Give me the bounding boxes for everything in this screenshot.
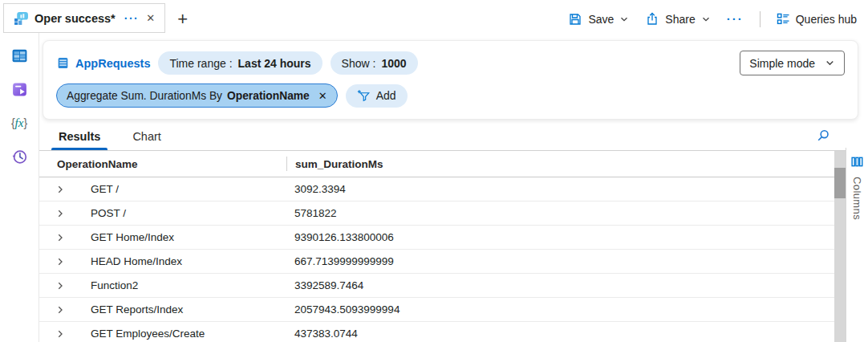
app: { "colors": { "accent": "#0078d4", "pill… [0,0,868,342]
table-row[interactable]: GET Reports/Index 2057943.5093999994 [39,298,834,322]
columns-panel: Columns [846,148,868,342]
share-label: Share [665,13,695,26]
show-limit-value: 1000 [381,57,406,70]
aggregate-filter-text: Aggregate Sum. DurationMs By [67,90,222,102]
save-button[interactable]: Save [568,12,629,26]
queries-hub-button[interactable]: Queries hub [777,12,857,26]
queries-hub-label: Queries hub [796,13,857,26]
time-range-label: Time range : [169,57,232,70]
table-row[interactable]: GET Home/Index 9390126.133800006 [39,226,834,250]
time-range-value: Last 24 hours [238,57,311,70]
queries-icon [11,81,28,98]
content: {fx} [0,33,868,342]
row-sum-durationms: 3392589.7464 [294,279,363,291]
toolbar-divider [760,11,761,27]
row-expand-chevron-icon[interactable] [55,257,67,267]
row-expand-chevron-icon[interactable] [55,209,67,218]
column-header-operationname[interactable]: OperationName [39,158,286,170]
mode-selector[interactable]: Simple mode [740,51,845,75]
table-row[interactable]: GET Employees/Create 437383.0744 [39,322,834,342]
row-sum-durationms: 437383.0744 [294,328,358,340]
queries-pane-button[interactable] [7,79,31,100]
query-builder: AppRequests Time range : Last 24 hours S… [43,40,858,120]
results-table-body: GET / 3092.3394 POST / 5781822 GET Home/… [39,177,834,342]
search-icon [815,128,831,144]
add-filter-icon [357,89,371,102]
save-label: Save [588,13,614,26]
tables-pane-button[interactable] [7,45,31,66]
more-options-button[interactable]: ··· [727,12,744,26]
query-builder-row-2: Aggregate Sum. DurationMs By OperationNa… [56,83,845,108]
toolbar-actions: Save Share ··· [568,11,857,27]
vertical-scrollbar[interactable] [834,151,846,342]
mode-selector-value: Simple mode [749,57,815,70]
row-operation-name: HEAD Home/Index [91,255,294,267]
table-icon [11,47,28,64]
table-row[interactable]: Function2 3392589.7464 [39,274,834,298]
tab-results-label: Results [59,130,100,143]
row-expand-chevron-icon[interactable] [55,233,67,242]
results-tabs: Results Chart [39,126,868,151]
save-icon [568,12,582,26]
results-grid: OperationName sum_DurationMs GET / 3092.… [39,151,834,342]
table-row[interactable]: POST / 5781822 [39,202,834,226]
main-panel: AppRequests Time range : Last 24 hours S… [39,33,868,342]
tab-chart[interactable]: Chart [131,126,162,150]
row-operation-name: GET Reports/Index [91,303,294,316]
row-expand-chevron-icon[interactable] [55,185,67,194]
table-selector[interactable]: AppRequests [56,56,150,70]
row-sum-durationms: 5781822 [294,207,337,219]
add-filter-button[interactable]: Add [346,84,408,108]
history-icon [11,149,28,165]
query-builder-row-1: AppRequests Time range : Last 24 hours S… [56,51,845,75]
query-history-button[interactable] [7,146,31,167]
log-analytics-query-icon [14,10,29,26]
row-sum-durationms: 9390126.133800006 [294,231,394,243]
chevron-down-icon[interactable] [701,14,711,24]
column-header-sumdurationms[interactable]: sum_DurationMs [287,158,383,170]
show-limit-pill[interactable]: Show : 1000 [331,51,418,75]
table-row[interactable]: HEAD Home/Index 667.7139999999999 [39,250,834,274]
table-icon [56,56,70,70]
query-tab[interactable]: Oper success* ··· ✕ [3,3,165,33]
add-filter-label: Add [376,89,396,102]
functions-pane-button[interactable]: {fx} [7,112,31,133]
queries-hub-icon [777,12,790,26]
chevron-down-icon [825,58,835,68]
row-operation-name: GET Employees/Create [91,328,294,340]
tab-bar: Oper success* ··· ✕ + Save Share [0,0,868,33]
columns-icon [851,156,863,168]
new-tab-button[interactable]: + [177,10,188,28]
row-operation-name: GET / [91,183,294,195]
left-rail: {fx} [0,33,39,342]
scrollbar-thumb[interactable] [834,168,846,198]
table-row[interactable]: GET / 3092.3394 [39,177,834,202]
row-expand-chevron-icon[interactable] [55,305,67,315]
columns-panel-button[interactable] [851,156,863,168]
row-sum-durationms: 3092.3394 [294,183,346,195]
columns-panel-label: Columns [851,177,863,220]
tab-chart-label: Chart [132,130,160,143]
more-options-icon: ··· [727,12,744,26]
aggregate-filter-pill[interactable]: Aggregate Sum. DurationMs By OperationNa… [56,83,338,108]
aggregate-filter-column: OperationName [227,90,310,102]
row-operation-name: GET Home/Index [91,231,294,243]
fx-icon: {fx} [11,116,27,130]
row-expand-chevron-icon[interactable] [55,329,67,339]
remove-filter-icon[interactable]: ✕ [318,90,327,102]
share-icon [645,12,659,26]
time-range-pill[interactable]: Time range : Last 24 hours [158,51,322,75]
row-sum-durationms: 2057943.5093999994 [294,303,400,316]
results-grid-header: OperationName sum_DurationMs [39,151,834,177]
show-limit-label: Show : [342,57,376,70]
tab-more-options-icon[interactable]: ··· [124,12,140,25]
search-button[interactable] [815,128,831,144]
row-expand-chevron-icon[interactable] [55,281,67,291]
tab-close-icon[interactable]: ✕ [146,12,155,24]
row-operation-name: Function2 [91,279,294,291]
chevron-down-icon[interactable] [619,14,629,24]
tab-results[interactable]: Results [57,126,102,150]
row-operation-name: POST / [91,207,294,219]
share-button[interactable]: Share [645,12,710,26]
table-name: AppRequests [75,57,150,70]
